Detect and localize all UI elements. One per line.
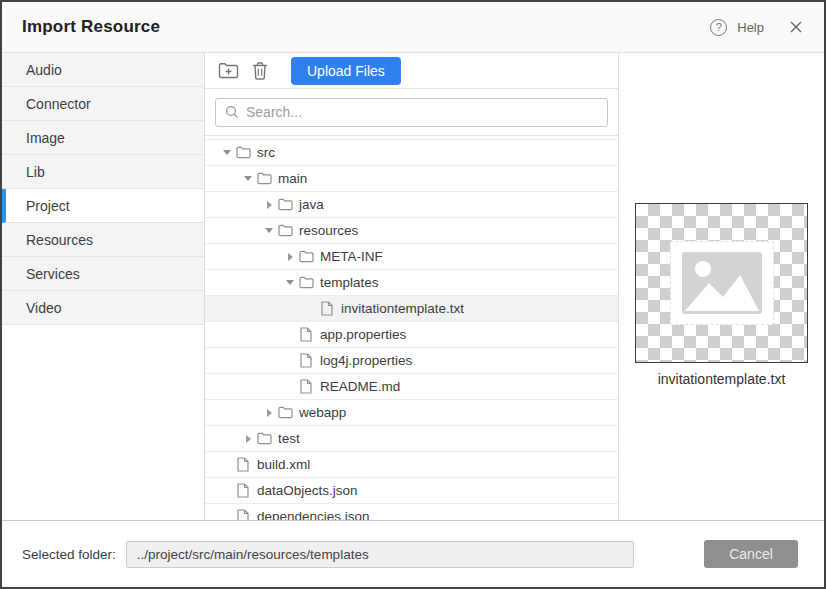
caret-spacer — [219, 483, 235, 499]
tree-row-label: build.xml — [257, 457, 310, 472]
tree-row-src[interactable]: src — [205, 140, 618, 166]
tree-row-resources[interactable]: resources — [205, 218, 618, 244]
folder-icon — [298, 249, 314, 265]
dialog-header: Import Resource ? Help — [2, 2, 824, 53]
sidebar-item-connector[interactable]: Connector — [2, 87, 204, 121]
sidebar-item-video[interactable]: Video — [2, 291, 204, 325]
tree-row-webapp[interactable]: webapp — [205, 400, 618, 426]
sidebar-item-lib[interactable]: Lib — [2, 155, 204, 189]
sidebar-item-audio[interactable]: Audio — [2, 53, 204, 87]
dialog-body: Audio Connector Image Lib Project Resour… — [2, 53, 824, 520]
folder-icon — [298, 275, 314, 291]
help-icon[interactable]: ? — [710, 19, 727, 36]
sidebar-item-label: Audio — [26, 62, 62, 78]
preview-panel: invitationtemplate.txt — [619, 53, 824, 520]
tree-row-label: app.properties — [320, 327, 406, 342]
tree-row-label: src — [257, 145, 275, 160]
tree-row-label: META-INF — [320, 249, 383, 264]
dialog-footer: Selected folder: Cancel — [2, 520, 824, 587]
search-input[interactable] — [246, 104, 598, 120]
cancel-button[interactable]: Cancel — [704, 540, 798, 568]
sidebar-item-label: Connector — [26, 96, 91, 112]
file-icon — [235, 483, 251, 499]
tree-row-label: test — [278, 431, 300, 446]
preview-filename: invitationtemplate.txt — [619, 371, 824, 387]
folder-icon — [256, 431, 272, 447]
sidebar-item-label: Project — [26, 198, 70, 214]
sidebar-item-image[interactable]: Image — [2, 121, 204, 155]
caret-right-icon[interactable] — [261, 405, 277, 421]
tree-row-meta-inf[interactable]: META-INF — [205, 244, 618, 270]
folder-icon — [256, 171, 272, 187]
file-icon — [298, 327, 314, 343]
help-link[interactable]: Help — [737, 20, 764, 35]
search-box — [215, 98, 608, 127]
tree-row-main[interactable]: main — [205, 166, 618, 192]
caret-right-icon[interactable] — [282, 249, 298, 265]
sidebar-item-label: Services — [26, 266, 80, 282]
tree-row-log4j-properties[interactable]: log4j.properties — [205, 348, 618, 374]
sidebar-item-label: Resources — [26, 232, 93, 248]
tree-row-invitationtemplate-txt[interactable]: invitationtemplate.txt — [205, 296, 618, 322]
selected-folder-label: Selected folder: — [22, 547, 116, 562]
caret-spacer — [282, 379, 298, 395]
sidebar-item-resources[interactable]: Resources — [2, 223, 204, 257]
tree-row-label: dataObjects.json — [257, 483, 358, 498]
preview-thumbnail — [635, 203, 808, 363]
page-title: Import Resource — [22, 17, 160, 37]
file-icon — [235, 457, 251, 473]
image-placeholder-icon — [682, 252, 762, 314]
tree-row-build-xml[interactable]: build.xml — [205, 452, 618, 478]
tree-row-app-properties[interactable]: app.properties — [205, 322, 618, 348]
caret-spacer — [282, 353, 298, 369]
caret-down-icon[interactable] — [219, 145, 235, 161]
search-section — [205, 89, 618, 136]
folder-icon — [277, 197, 293, 213]
caret-spacer — [303, 301, 319, 317]
sidebar-item-services[interactable]: Services — [2, 257, 204, 291]
tree-row-dependencies-json[interactable]: dependencies.json — [205, 504, 618, 520]
caret-spacer — [282, 327, 298, 343]
caret-right-icon[interactable] — [261, 197, 277, 213]
caret-down-icon[interactable] — [282, 275, 298, 291]
file-icon — [319, 301, 335, 317]
tree-row-label: resources — [299, 223, 358, 238]
sidebar-item-label: Lib — [26, 164, 45, 180]
image-placeholder-card — [670, 241, 774, 325]
folder-icon — [277, 405, 293, 421]
upload-files-button[interactable]: Upload Files — [291, 57, 401, 85]
file-icon — [298, 379, 314, 395]
folder-icon — [277, 223, 293, 239]
category-sidebar: Audio Connector Image Lib Project Resour… — [2, 53, 205, 520]
tree-row-label: main — [278, 171, 307, 186]
selected-folder-input[interactable] — [126, 541, 634, 568]
caret-down-icon[interactable] — [261, 223, 277, 239]
main-area: Upload Files — [205, 53, 824, 520]
sidebar-item-label: Image — [26, 130, 65, 146]
tree-row-readme-md[interactable]: README.md — [205, 374, 618, 400]
caret-right-icon[interactable] — [240, 431, 256, 447]
toolbar: Upload Files — [205, 53, 618, 89]
tree-row-test[interactable]: test — [205, 426, 618, 452]
folder-icon — [235, 145, 251, 161]
tree-row-dataobjects-json[interactable]: dataObjects.json — [205, 478, 618, 504]
tree-row-label: webapp — [299, 405, 346, 420]
tree-row-label: java — [299, 197, 324, 212]
delete-icon[interactable] — [249, 61, 271, 81]
tree-row-label: invitationtemplate.txt — [341, 301, 464, 316]
sidebar-item-project[interactable]: Project — [2, 189, 204, 223]
file-icon — [298, 353, 314, 369]
caret-spacer — [219, 509, 235, 521]
import-resource-dialog: Import Resource ? Help Audio Connector I… — [0, 0, 826, 589]
search-icon — [225, 105, 239, 119]
tree-row-templates[interactable]: templates — [205, 270, 618, 296]
close-icon[interactable] — [788, 19, 804, 35]
file-icon — [235, 509, 251, 521]
caret-down-icon[interactable] — [240, 171, 256, 187]
sidebar-item-label: Video — [26, 300, 62, 316]
tree-row-label: dependencies.json — [257, 509, 370, 520]
file-tree[interactable]: src main — [205, 136, 618, 520]
tree-row-java[interactable]: java — [205, 192, 618, 218]
tree-row-label: log4j.properties — [320, 353, 412, 368]
new-folder-icon[interactable] — [217, 61, 239, 81]
